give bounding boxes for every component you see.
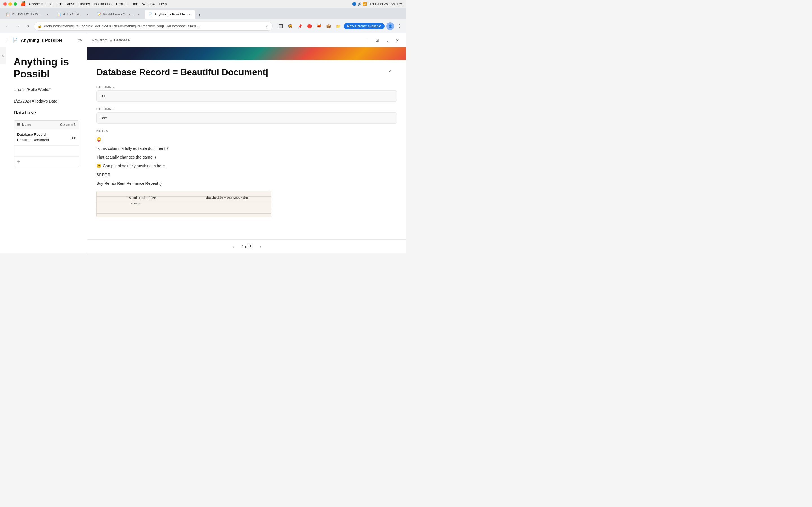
emoji-icon-2: 😊: [96, 163, 101, 170]
notes-content[interactable]: 😜 Is this column a fully editable docume…: [96, 136, 397, 217]
view-menu[interactable]: View: [66, 2, 74, 6]
name-col-label: Name: [22, 123, 31, 127]
menubar: 🍎 Chrome File Edit View History Bookmark…: [0, 0, 406, 8]
record-view-toggle[interactable]: ⊡: [373, 36, 381, 44]
doc-back-button[interactable]: ←: [4, 37, 10, 43]
address-bar: ← → ↻ 🔒 coda.io/d/Anything-is-Possible_d…: [0, 19, 406, 33]
field-label-col3: COLUMN 3: [96, 107, 397, 111]
left-panel: ← 📄 Anything is Possible ≫ « Anything is…: [0, 33, 87, 253]
doc-content: Anything is Possibl Line 1. "Hello World…: [6, 47, 87, 253]
row-from-label: Row from: [92, 38, 108, 42]
field-value-col2[interactable]: 99: [96, 91, 397, 102]
doc-line-2: 1/25/2024 =Today's Date.: [13, 98, 79, 104]
record-from-indicator: Row from ⊞ Database: [92, 38, 130, 42]
tab-favicon-workflowy: 📋: [6, 12, 10, 16]
database-table: ☰ Name Column 2 Database Record = Beauti…: [13, 120, 79, 167]
database-icon: ⊞: [109, 38, 112, 42]
close-traffic-light[interactable]: [3, 2, 7, 6]
add-row-button[interactable]: +: [14, 157, 79, 167]
tab-close-workflowy[interactable]: ✕: [45, 12, 50, 17]
tab-label-anything: Anything is Possible: [154, 12, 185, 16]
notes-line-5: BRRRR: [96, 171, 397, 178]
toolbar-icon-7[interactable]: 📁: [334, 22, 342, 30]
reload-button[interactable]: ↻: [24, 22, 32, 30]
profiles-menu[interactable]: Profiles: [116, 2, 128, 6]
cell-name: Database Record = Beautiful Document: [14, 129, 56, 145]
window-menu[interactable]: Window: [142, 2, 155, 6]
prev-page-button[interactable]: ‹: [229, 243, 237, 251]
doc-file-icon: 📄: [12, 38, 18, 43]
notes-label: NOTES: [96, 129, 397, 133]
chrome-menu-button[interactable]: ⋮: [396, 22, 403, 30]
pagination-footer: ‹ 1 of 3 ›: [87, 239, 406, 253]
record-more-button[interactable]: ⋮: [363, 36, 371, 44]
toolbar-icon-2[interactable]: 🦁: [286, 22, 294, 30]
tab-close-anything[interactable]: ✕: [187, 12, 192, 17]
col-header-name: ☰ Name: [14, 121, 56, 129]
profile-avatar[interactable]: 👤: [386, 22, 394, 30]
toolbar-icon-4[interactable]: 🔴: [305, 22, 313, 30]
address-text: coda.io/d/Anything-is-Possible_dcUpWUURn…: [44, 24, 262, 28]
sidebar-toggle-button[interactable]: ≫: [78, 38, 83, 43]
notes-line-6: Buy Rehab Rent Refinance Repeat :): [96, 180, 397, 187]
page-info: 1 of 3: [242, 244, 252, 249]
hero-image: Row from ⊞ Database ⋮ ⊡ ⌄ ✕: [87, 33, 406, 60]
doc-title: Anything is Possible: [21, 38, 63, 43]
col-header-col2: Column 2: [56, 121, 79, 129]
toolbar-icon-5[interactable]: 🦊: [315, 22, 323, 30]
minimize-traffic-light[interactable]: [8, 2, 12, 6]
next-page-button[interactable]: ›: [256, 243, 264, 251]
tab-close-workflowy2[interactable]: ✕: [137, 12, 141, 17]
tab-grist[interactable]: 📊 ALL - Grist ✕: [54, 10, 93, 19]
tab-workflowy2[interactable]: 📝 WorkFlowy - Organize your b... ✕: [94, 10, 144, 19]
new-chrome-badge[interactable]: New Chrome available: [344, 23, 385, 29]
record-toolbar: Row from ⊞ Database ⋮ ⊡ ⌄ ✕: [87, 33, 406, 47]
apple-menu[interactable]: 🍎: [20, 1, 26, 6]
table-header: ☰ Name Column 2: [14, 121, 79, 129]
chrome-window: 📋 240122 MON - WorkFlowy ✕ 📊 ALL - Grist…: [0, 8, 406, 253]
expand-button[interactable]: ⤢: [386, 67, 394, 75]
notes-text-4: Can put absolutely anything in here.: [103, 163, 166, 170]
bookmark-star-icon[interactable]: ☆: [265, 24, 269, 29]
emoji-icon-1: 😜: [96, 136, 101, 143]
toolbar-icon-1[interactable]: 🔲: [276, 22, 285, 30]
notes-line-2: Is this column a fully editable document…: [96, 145, 397, 152]
name-col-icon: ☰: [17, 123, 20, 127]
collapse-sidebar-button[interactable]: «: [0, 47, 6, 64]
tab-label-grist: ALL - Grist: [63, 12, 83, 16]
tab-anything[interactable]: 📄 Anything is Possible ✕: [145, 10, 195, 19]
tab-menu[interactable]: Tab: [132, 2, 138, 6]
toolbar-icon-6[interactable]: 📦: [324, 22, 333, 30]
field-value-col3[interactable]: 345: [96, 112, 397, 124]
tab-close-grist[interactable]: ✕: [85, 12, 90, 17]
file-menu[interactable]: File: [47, 2, 52, 6]
cell-empty-num: [56, 148, 79, 154]
record-close-button[interactable]: ✕: [394, 36, 402, 44]
from-table-name: Database: [114, 38, 130, 42]
record-expand-button[interactable]: ⌄: [384, 36, 391, 44]
doc-main-title: Anything is Possibl: [13, 56, 79, 80]
edit-menu[interactable]: Edit: [56, 2, 63, 6]
app-name-menu[interactable]: Chrome: [29, 2, 43, 6]
clock: Thu Jan 25 1:20 PM: [370, 2, 403, 6]
toolbar-icon-3[interactable]: 📌: [296, 22, 304, 30]
handwriting-content: "stand on shoulders" always dealcheck.io…: [97, 191, 271, 217]
tab-workflowy[interactable]: 📋 240122 MON - WorkFlowy ✕: [2, 10, 53, 19]
help-menu[interactable]: Help: [159, 2, 167, 6]
maximize-traffic-light[interactable]: [13, 2, 17, 6]
record-title-text: Database Record = Beautiful Document: [96, 67, 266, 77]
address-input[interactable]: 🔒 coda.io/d/Anything-is-Possible_dcUpWUU…: [34, 22, 273, 31]
tab-favicon-anything: 📄: [148, 12, 152, 16]
record-title[interactable]: Database Record = Beautiful Document: [96, 67, 397, 77]
back-button[interactable]: ←: [3, 22, 11, 30]
main-area: ← 📄 Anything is Possible ≫ « Anything is…: [0, 33, 406, 253]
notes-section: NOTES 😜 Is this column a fully editable …: [96, 129, 397, 217]
new-tab-button[interactable]: +: [195, 11, 203, 19]
lock-icon: 🔒: [38, 24, 42, 28]
history-menu[interactable]: History: [79, 2, 90, 6]
bookmarks-menu[interactable]: Bookmarks: [94, 2, 112, 6]
hw-text-2: always: [131, 201, 141, 207]
forward-button[interactable]: →: [13, 22, 21, 30]
tab-favicon-workflowy2: 📝: [97, 12, 101, 16]
table-row[interactable]: Database Record = Beautiful Document 99: [14, 129, 79, 145]
